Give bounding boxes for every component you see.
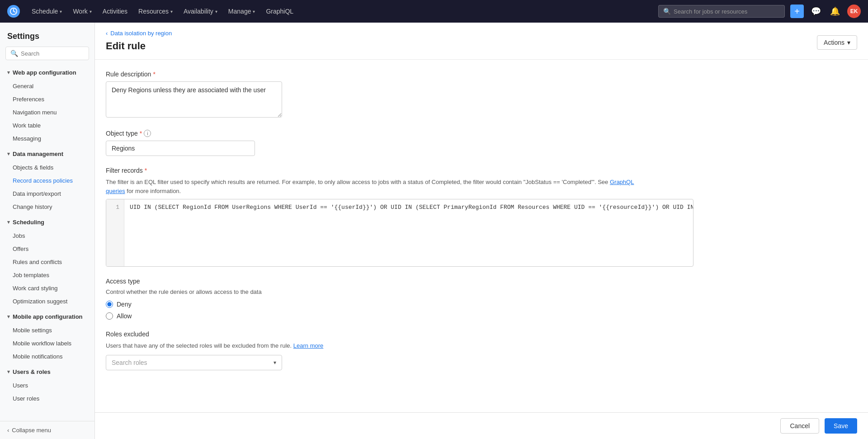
settings-sidebar: Settings 🔍 ▾ Web app configuration Gener… — [0, 23, 95, 439]
learn-more-link[interactable]: Learn more — [293, 342, 323, 349]
sidebar-title: Settings — [0, 23, 94, 47]
breadcrumb[interactable]: ‹ Data isolation by region — [106, 30, 172, 37]
sidebar-item-work-table[interactable]: Work table — [0, 119, 94, 132]
sidebar-item-users[interactable]: Users — [0, 379, 94, 392]
sidebar-section-header-data-management[interactable]: ▾ Data management — [0, 147, 94, 161]
sidebar-item-rules-conflicts[interactable]: Rules and conflicts — [0, 255, 94, 269]
filter-records-required: * — [145, 167, 147, 174]
filter-records-group: Filter records * The filter is an EQL fi… — [106, 167, 857, 267]
sidebar-item-mobile-notifications[interactable]: Mobile notifications — [0, 350, 94, 363]
rule-description-required: * — [153, 71, 155, 78]
sidebar-section-header-users-roles[interactable]: ▾ Users & roles — [0, 365, 94, 379]
content-header-left: ‹ Data isolation by region Edit rule — [106, 30, 172, 59]
actions-dropdown-icon: ▾ — [847, 39, 850, 46]
sidebar-item-job-templates[interactable]: Job templates — [0, 269, 94, 282]
sidebar-section-scheduling: ▾ Scheduling Jobs Offers Rules and confl… — [0, 215, 94, 308]
sidebar-item-mobile-settings[interactable]: Mobile settings — [0, 324, 94, 337]
rule-description-textarea[interactable]: Deny Regions unless they are associated … — [106, 81, 282, 118]
global-search-input[interactable] — [674, 8, 780, 15]
access-allow-label: Allow — [117, 312, 132, 320]
data-management-section-label: Data management — [13, 151, 63, 157]
sidebar-item-mobile-workflow-labels[interactable]: Mobile workflow labels — [0, 337, 94, 350]
rule-description-group: Rule description * Deny Regions unless t… — [106, 71, 857, 119]
access-deny-radio[interactable] — [106, 301, 113, 308]
filter-records-description: The filter is an EQL filter used to spec… — [106, 178, 648, 195]
search-icon: 🔍 — [663, 8, 671, 15]
users-roles-section-label: Users & roles — [13, 368, 51, 375]
rule-description-label: Rule description * — [106, 71, 857, 78]
filter-records-label: Filter records * — [106, 167, 857, 174]
nav-graphiql[interactable]: GraphiQL — [261, 5, 298, 18]
sidebar-item-general[interactable]: General — [0, 80, 94, 93]
data-management-expand-icon: ▾ — [7, 151, 10, 157]
sidebar-item-navigation-menu[interactable]: Navigation menu — [0, 106, 94, 119]
filter-code-editor[interactable]: 1 UID IN (SELECT RegionId FROM UserRegio… — [106, 199, 693, 267]
add-button[interactable]: + — [790, 5, 804, 18]
nav-resources[interactable]: Resources ▾ — [134, 5, 177, 18]
scheduling-section-label: Scheduling — [13, 219, 44, 226]
access-deny-label: Deny — [117, 301, 132, 308]
sidebar-section-header-scheduling[interactable]: ▾ Scheduling — [0, 215, 94, 229]
cancel-button[interactable]: Cancel — [780, 418, 819, 434]
global-search[interactable]: 🔍 — [658, 5, 785, 18]
sidebar-item-record-access-policies[interactable]: Record access policies — [0, 174, 94, 187]
main-layout: Settings 🔍 ▾ Web app configuration Gener… — [0, 23, 868, 439]
collapse-menu-button[interactable]: ‹ Collapse menu — [0, 421, 94, 439]
roles-search-dropdown[interactable]: Search roles ▾ — [106, 355, 282, 370]
chat-icon[interactable]: 💬 — [809, 5, 823, 18]
content-header: ‹ Data isolation by region Edit rule Act… — [95, 23, 868, 60]
access-type-label: Access type — [106, 278, 857, 285]
notifications-icon[interactable]: 🔔 — [828, 5, 842, 18]
nav-work[interactable]: Work ▾ — [68, 5, 96, 18]
collapse-icon: ‹ — [7, 427, 9, 434]
sidebar-item-change-history[interactable]: Change history — [0, 200, 94, 213]
sidebar-item-messaging[interactable]: Messaging — [0, 132, 94, 145]
availability-dropdown-arrow: ▾ — [215, 9, 217, 14]
sidebar-item-objects-fields[interactable]: Objects & fields — [0, 161, 94, 174]
code-content[interactable]: UID IN (SELECT RegionId FROM UserRegions… — [124, 199, 693, 266]
sidebar-search-input[interactable] — [21, 50, 84, 57]
object-type-input[interactable] — [106, 141, 255, 156]
actions-button[interactable]: Actions ▾ — [817, 35, 857, 50]
roles-excluded-group: Roles excluded Users that have any of th… — [106, 330, 857, 370]
save-button[interactable]: Save — [825, 418, 857, 434]
sidebar-section-header-mobile-app[interactable]: ▾ Mobile app configuration — [0, 310, 94, 324]
sidebar-item-work-card-styling[interactable]: Work card styling — [0, 282, 94, 295]
manage-dropdown-arrow: ▾ — [253, 9, 255, 14]
sidebar-section-header-web-app[interactable]: ▾ Web app configuration — [0, 66, 94, 80]
form-footer: Cancel Save — [95, 412, 868, 439]
mobile-app-section-label: Mobile app configuration — [13, 313, 83, 320]
access-type-radio-group: Deny Allow — [106, 301, 857, 320]
sidebar-item-preferences[interactable]: Preferences — [0, 93, 94, 106]
mobile-app-expand-icon: ▾ — [7, 314, 10, 320]
sidebar-item-user-roles[interactable]: User roles — [0, 392, 94, 405]
sidebar-section-users-roles: ▾ Users & roles Users User roles — [0, 365, 94, 405]
nav-activities[interactable]: Activities — [98, 5, 132, 18]
user-avatar[interactable]: EK — [847, 5, 861, 18]
nav-availability[interactable]: Availability ▾ — [179, 5, 222, 18]
nav-manage[interactable]: Manage ▾ — [224, 5, 260, 18]
code-line-numbers: 1 — [106, 199, 124, 266]
object-type-required: * — [140, 130, 142, 137]
access-allow-radio[interactable] — [106, 312, 113, 320]
nav-schedule[interactable]: Schedule ▾ — [27, 5, 66, 18]
page-title: Edit rule — [106, 40, 172, 59]
sidebar-search-container[interactable]: 🔍 — [5, 47, 89, 60]
access-type-group: Access type Control whether the rule den… — [106, 278, 857, 320]
object-type-info-icon[interactable]: i — [144, 130, 151, 137]
users-roles-expand-icon: ▾ — [7, 369, 10, 375]
web-app-expand-icon: ▾ — [7, 70, 10, 76]
access-deny-option[interactable]: Deny — [106, 301, 857, 308]
sidebar-item-offers[interactable]: Offers — [0, 242, 94, 255]
sidebar-item-optimization-suggest[interactable]: Optimization suggest — [0, 295, 94, 308]
main-content: ‹ Data isolation by region Edit rule Act… — [95, 23, 868, 439]
web-app-section-label: Web app configuration — [13, 69, 76, 76]
sidebar-item-jobs[interactable]: Jobs — [0, 229, 94, 242]
access-allow-option[interactable]: Allow — [106, 312, 857, 320]
object-type-label: Object type * i — [106, 130, 857, 137]
roles-dropdown-arrow-icon: ▾ — [274, 359, 276, 366]
sidebar-item-data-import-export[interactable]: Data import/export — [0, 187, 94, 200]
nav-menu: Schedule ▾ Work ▾ Activities Resources ▾… — [27, 5, 655, 18]
app-logo[interactable] — [7, 5, 20, 18]
object-type-group: Object type * i — [106, 130, 857, 156]
